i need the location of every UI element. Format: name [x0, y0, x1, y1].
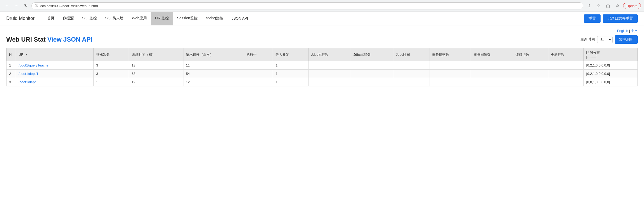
col-header-read-rows: 读取行数: [513, 48, 548, 61]
cell-request-time-sum: 12: [129, 78, 183, 86]
bookmark-icon[interactable]: ☆: [595, 2, 602, 9]
nav-item-session-monitor[interactable]: Session监控: [173, 12, 202, 25]
cell-jdbc-exec: [308, 61, 351, 70]
col-header-request-time-sum: 请求时间（和）: [129, 48, 183, 61]
cell-request-count: 3: [93, 61, 129, 70]
cell-request-time-max: 54: [183, 70, 244, 78]
cell-uri[interactable]: /boot1/dept: [16, 78, 94, 86]
col-header-n: N: [7, 48, 16, 61]
refresh-label: 刷新时间: [580, 37, 595, 42]
brand-logo: Druid Monitor: [6, 16, 35, 21]
col-header-request-count: 请求次数: [93, 48, 129, 61]
content-area: English | 中文 Web URI Stat View JSON API …: [0, 25, 644, 93]
cell-read-rows: [513, 61, 548, 70]
cell-n: 3: [7, 78, 16, 86]
cell-uri[interactable]: /boot1/queryTeacher: [16, 61, 94, 70]
cell-max-concurrent: 1: [273, 61, 308, 70]
cell-jdbc-error: [351, 78, 393, 86]
cell-read-rows: [513, 78, 548, 86]
cell-n: 1: [7, 61, 16, 70]
log-reset-button[interactable]: 记录日志并重置: [603, 14, 638, 23]
lang-separator: |: [629, 29, 631, 33]
cell-request-time-sum: 63: [129, 70, 183, 78]
cell-jdbc-error: [351, 70, 393, 78]
cell-jdbc-time: [393, 70, 429, 78]
cell-request-count: 3: [93, 70, 129, 78]
cell-jdbc-exec: [308, 78, 351, 86]
col-header-jdbc-time: Jdbc时间: [393, 48, 429, 61]
cell-request-time-sum: 18: [129, 61, 183, 70]
nav-item-sql-firewall[interactable]: SQL防火墙: [101, 12, 128, 25]
url-text: localhost:8082/boot1/druid/weburi.html: [40, 4, 98, 8]
uri-col-label: URI: [19, 53, 24, 57]
cell-tx-rollback: [471, 61, 513, 70]
browser-chrome: ← → ↻ ⓘ localhost:8082/boot1/druid/webur…: [0, 0, 644, 12]
cell-tx-commit: [429, 78, 471, 86]
cell-interval-dist: [0,2,1,0,0,0,0,0]: [584, 61, 638, 70]
cell-request-time-max: 12: [183, 78, 244, 86]
view-json-api-link[interactable]: View JSON API: [47, 36, 92, 43]
cell-max-concurrent: 1: [273, 70, 308, 78]
table-row: 1/boot1/queryTeacher318111[0,2,1,0,0,0,0…: [7, 61, 638, 70]
page-title: Web URI Stat View JSON API: [6, 36, 92, 43]
forward-button[interactable]: →: [13, 2, 20, 9]
cell-update-rows: [548, 78, 584, 86]
cell-tx-rollback: [471, 78, 513, 86]
nav-item-uri-monitor[interactable]: URI监控: [151, 12, 173, 25]
reload-button[interactable]: ↻: [22, 2, 29, 9]
address-bar[interactable]: ⓘ localhost:8082/boot1/druid/weburi.html: [31, 2, 583, 9]
cell-running: [244, 61, 273, 70]
table-row: 2/boot1/dept/1363541[0,2,1,0,0,0,0,0]: [7, 70, 638, 78]
nav-item-datasource[interactable]: 数据源: [59, 12, 78, 25]
col-header-request-time-max: 请求最慢（单次）: [183, 48, 244, 61]
cell-jdbc-exec: [308, 70, 351, 78]
browser-actions: ⇧ ☆ ▢ ☺ Update: [585, 2, 641, 9]
cell-read-rows: [513, 70, 548, 78]
col-header-interval-dist: 区间分布 [--------]: [584, 48, 638, 61]
page-title-static: Web URI Stat: [6, 36, 46, 43]
update-button[interactable]: Update: [623, 3, 641, 9]
col-header-update-rows: 更新行数: [548, 48, 584, 61]
cell-request-count: 1: [93, 78, 129, 86]
uri-sort-icon[interactable]: ▼: [25, 53, 27, 56]
cell-running: [244, 78, 273, 86]
nav-item-json-api[interactable]: JSON API: [227, 12, 252, 25]
col-header-max-concurrent: 最大并发: [273, 48, 308, 61]
uri-stat-table: N URI ▼ 请求次数 请求时间（和） 请求最慢（单次） 执行中 最大并发 J…: [6, 48, 638, 86]
back-button[interactable]: ←: [3, 2, 10, 9]
refresh-interval-select[interactable]: 5s 10s 30s 60s off: [597, 36, 613, 43]
share-icon[interactable]: ⇧: [585, 2, 593, 9]
cell-interval-dist: [0,2,1,0,0,0,0,0]: [584, 70, 638, 78]
col-header-tx-rollback: 事务回滚数: [471, 48, 513, 61]
cell-running: [244, 70, 273, 78]
pause-refresh-button[interactable]: 暂停刷新: [615, 35, 638, 44]
cell-tx-commit: [429, 70, 471, 78]
cell-tx-commit: [429, 61, 471, 70]
col-header-tx-commit: 事务提交数: [429, 48, 471, 61]
cell-uri[interactable]: /boot1/dept/1: [16, 70, 94, 78]
table-header-row: N URI ▼ 请求次数 请求时间（和） 请求最慢（单次） 执行中 最大并发 J…: [7, 48, 638, 61]
nav-item-spring-monitor[interactable]: spring监控: [202, 12, 227, 25]
col-header-running: 执行中: [244, 48, 273, 61]
col-header-jdbc-exec: Jdbc执行数: [308, 48, 351, 61]
refresh-controls: 刷新时间 5s 10s 30s 60s off 暂停刷新: [580, 35, 638, 44]
cell-update-rows: [548, 70, 584, 78]
nav-item-home[interactable]: 首页: [43, 12, 59, 25]
lang-chinese-link[interactable]: 中文: [631, 29, 638, 33]
table-row: 3/boot1/dept112121[0,0,1,0,0,0,0,0]: [7, 78, 638, 86]
profile-icon[interactable]: ☺: [614, 2, 621, 9]
cell-interval-dist: [0,0,1,0,0,0,0,0]: [584, 78, 638, 86]
nav-bar: Druid Monitor 首页 数据源 SQL监控 SQL防火墙 Web应用 …: [0, 12, 644, 25]
cell-jdbc-time: [393, 61, 429, 70]
reset-button[interactable]: 重置: [584, 14, 601, 23]
nav-item-sql-monitor[interactable]: SQL监控: [78, 12, 101, 25]
cell-update-rows: [548, 61, 584, 70]
lang-bar: English | 中文: [6, 29, 638, 33]
col-header-uri[interactable]: URI ▼: [16, 48, 94, 61]
title-row: Web URI Stat View JSON API 刷新时间 5s 10s 3…: [6, 35, 638, 44]
extensions-icon[interactable]: ▢: [604, 2, 612, 9]
cell-max-concurrent: 1: [273, 78, 308, 86]
col-header-jdbc-error: Jdbc出错数: [351, 48, 393, 61]
lang-english-link[interactable]: English: [617, 29, 628, 33]
nav-item-web-app[interactable]: Web应用: [128, 12, 151, 25]
